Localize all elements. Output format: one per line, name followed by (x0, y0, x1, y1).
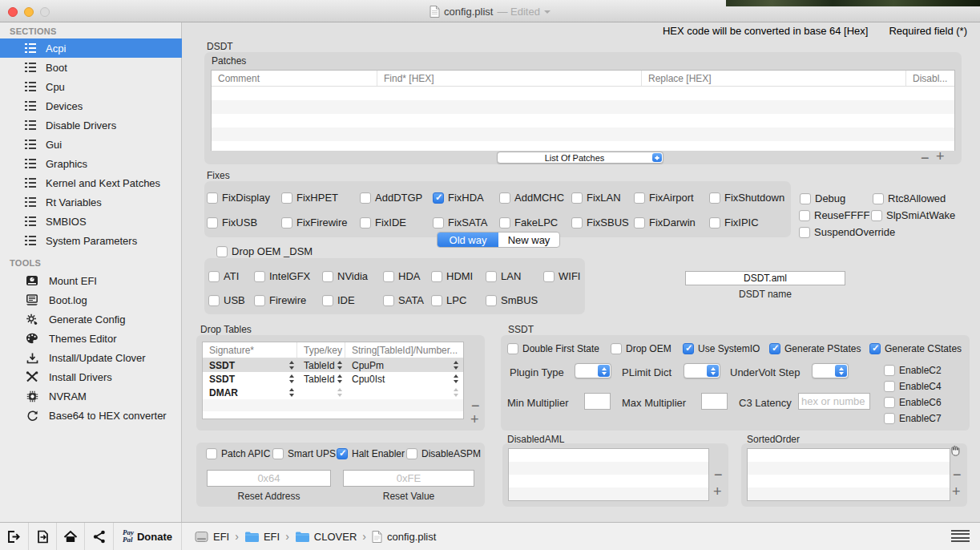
checkbox-wifi[interactable]: WIFI (543, 270, 580, 282)
c3-latency-input[interactable] (798, 393, 870, 410)
checkbox-fixide[interactable]: FixIDE (360, 216, 406, 228)
checkbox-reuseffff[interactable]: ReuseFFFF (799, 209, 869, 221)
title-chevron-icon[interactable] (544, 10, 550, 14)
stepper-icon[interactable] (454, 387, 459, 398)
checkbox-fixdarwin[interactable]: FixDarwin (634, 216, 696, 228)
list-of-patches-popup[interactable]: List Of Patches (497, 152, 663, 164)
checkbox-lan[interactable]: LAN (486, 270, 521, 282)
checkbox-nvidia[interactable]: NVidia (322, 270, 368, 282)
breadcrumb-item-clover[interactable]: CLOVER (314, 531, 357, 543)
sidebar-item-system-parameters[interactable]: System Parameters (0, 231, 182, 250)
checkbox-lpc[interactable]: LPC (431, 294, 466, 306)
home-button[interactable] (57, 523, 85, 550)
drop-tables-table[interactable]: Signature* Type/key String[TableId]/Numb… (202, 342, 464, 419)
col-string-tableid[interactable]: String[TableId]/Number... (345, 342, 463, 358)
sidebar-item-devices[interactable]: Devices (0, 96, 182, 115)
col-replace-hex[interactable]: Replace [HEX] (642, 71, 906, 86)
undervolt-step-popup[interactable] (812, 363, 849, 378)
breadcrumb-item-config-plist[interactable]: config.plist (387, 531, 436, 543)
sortedorder-add-button[interactable]: + (952, 486, 961, 497)
checkbox-rtc8allowed[interactable]: Rtc8Allowed (873, 192, 946, 204)
stepper-icon[interactable] (289, 360, 295, 370)
tool-themes-editor[interactable]: Themes Editor (0, 329, 182, 348)
plugin-type-popup[interactable] (575, 363, 611, 378)
checkbox-generate-pstates[interactable]: Generate PStates (769, 343, 861, 354)
table-row[interactable]: SSDT TableId CpuPm (203, 358, 463, 372)
checkbox-fixlan[interactable]: FixLAN (571, 192, 621, 204)
checkbox-generate-cstates[interactable]: Generate CStates (869, 343, 962, 354)
checkbox-intelgfx[interactable]: IntelGFX (254, 270, 310, 282)
sidebar-item-kernel-kext-patches[interactable]: Kernel and Kext Patches (0, 173, 182, 192)
max-multiplier-input[interactable] (701, 393, 728, 410)
checkbox-addmchc[interactable]: AddMCHC (499, 192, 564, 204)
checkbox-fixdisplay[interactable]: FixDisplay (207, 192, 270, 204)
donate-button[interactable]: PayPal Donate (114, 523, 182, 550)
sidebar-item-graphics[interactable]: Graphics (0, 154, 182, 173)
checkbox-fixipic[interactable]: FixIPIC (709, 216, 759, 228)
checkbox-sata[interactable]: SATA (383, 294, 424, 306)
checkbox-fixairport[interactable]: FixAirport (634, 192, 694, 204)
col-disabled[interactable]: Disabl... (906, 71, 954, 86)
checkbox-drop-oem[interactable]: Drop OEM (611, 343, 671, 354)
tool-base64-to-hex[interactable]: Base64 to HEX converter (0, 406, 182, 425)
checkbox-fixshutdown[interactable]: FixShutdown (709, 192, 784, 204)
breadcrumb-item-disk[interactable]: EFI (213, 531, 229, 543)
min-multiplier-input[interactable] (584, 393, 611, 410)
checkbox-double-first-state[interactable]: Double First State (507, 343, 599, 354)
export-config-button[interactable] (29, 523, 57, 550)
checkbox-slpsmiatwake[interactable]: SlpSmiAtWake (871, 209, 955, 221)
stepper-icon[interactable] (337, 387, 343, 398)
checkbox-fixhpet[interactable]: FixHPET (281, 192, 338, 204)
col-comment[interactable]: Comment (212, 71, 377, 86)
checkbox-fixhda[interactable]: FixHDA (433, 192, 484, 204)
dsdt-name-input[interactable] (685, 271, 845, 285)
new-way-segment[interactable]: New way (498, 233, 559, 247)
checkbox-smart-ups[interactable]: Smart UPS (272, 448, 336, 459)
patches-add-button[interactable]: + (936, 151, 945, 162)
checkbox-enablec4[interactable]: EnableC4 (884, 381, 942, 392)
patches-table[interactable]: Comment Find* [HEX] Replace [HEX] Disabl… (211, 70, 955, 151)
sidebar-item-rt-variables[interactable]: Rt Variables (0, 192, 182, 212)
patches-table-body[interactable] (212, 87, 954, 151)
stepper-icon[interactable] (289, 387, 295, 398)
col-type-key[interactable]: Type/key (297, 342, 345, 358)
checkbox-fixfirewire[interactable]: FixFirewire (281, 216, 348, 228)
disabledaml-remove-button[interactable]: − (714, 469, 723, 480)
old-way-segment[interactable]: Old way (438, 233, 498, 247)
reset-address-input[interactable] (207, 470, 331, 487)
checkbox-hda[interactable]: HDA (383, 270, 420, 282)
sortedorder-list[interactable] (747, 448, 950, 501)
checkbox-disableaspm[interactable]: DisableASPM (406, 448, 481, 459)
drop-tables-add-button[interactable]: + (470, 414, 479, 425)
empty-row[interactable] (203, 399, 463, 411)
tool-boot-log[interactable]: Boot.log (0, 290, 182, 309)
checkbox-fixsbus[interactable]: FixSBUS (571, 216, 629, 228)
checkbox-enablec2[interactable]: EnableC2 (884, 365, 942, 376)
plimit-dict-popup[interactable] (684, 363, 720, 378)
checkbox-drop-oem-dsm[interactable]: Drop OEM _DSM (216, 245, 313, 257)
sortedorder-remove-button[interactable]: − (953, 469, 962, 480)
checkbox-smbus[interactable]: SmBUS (486, 294, 538, 306)
checkbox-fixusb[interactable]: FixUSB (207, 216, 257, 228)
stepper-icon[interactable] (337, 360, 343, 370)
checkbox-fakelpc[interactable]: FakeLPC (499, 216, 558, 228)
checkbox-ide[interactable]: IDE (322, 294, 355, 306)
table-row[interactable]: SSDT TableId Cpu0Ist (203, 372, 463, 386)
tool-install-update-clover[interactable]: Install/Update Clover (0, 348, 182, 367)
share-button[interactable] (85, 523, 114, 550)
patches-remove-button[interactable]: − (921, 152, 930, 164)
sidebar-item-gui[interactable]: Gui (0, 135, 182, 154)
checkbox-fixsata[interactable]: FixSATA (433, 216, 487, 228)
stepper-icon[interactable] (337, 374, 343, 384)
reset-value-input[interactable] (343, 470, 474, 487)
checkbox-ati[interactable]: ATI (208, 270, 239, 282)
table-row[interactable]: DMAR (203, 386, 463, 399)
checkbox-use-systemio[interactable]: Use SystemIO (683, 343, 760, 354)
import-config-button[interactable] (0, 523, 29, 550)
disabledaml-add-button[interactable]: + (713, 486, 722, 497)
col-signature[interactable]: Signature* (203, 342, 297, 358)
sidebar-item-smbios[interactable]: SMBIOS (0, 212, 182, 231)
sidebar-item-disable-drivers[interactable]: Disable Drivers (0, 115, 182, 135)
checkbox-firewire[interactable]: Firewire (254, 294, 306, 306)
checkbox-hdmi[interactable]: HDMI (431, 270, 473, 282)
